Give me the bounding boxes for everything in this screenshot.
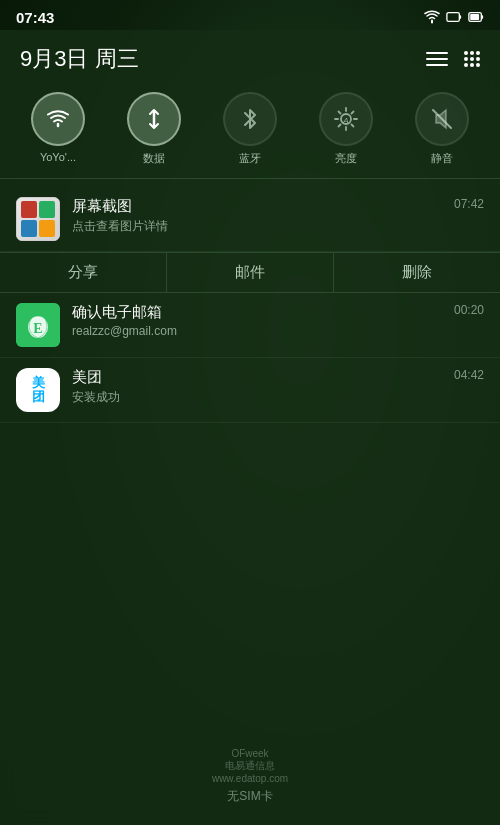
watermark: OFweek 电易通信息 www.edatop.com [212,748,288,784]
toggle-brightness-circle[interactable]: A [319,92,373,146]
svg-rect-0 [447,13,459,22]
wifi-status-icon [424,10,440,24]
evernote-icon: E [16,303,60,347]
hamburger-lines [426,52,448,66]
watermark-line2: 电易通信息 [212,759,288,773]
toggle-silent-circle[interactable] [415,92,469,146]
thumb-block-2 [39,201,55,218]
notification-screenshot[interactable]: 屏幕截图 点击查看图片详情 07:42 [0,187,500,252]
svg-rect-4 [481,15,483,19]
evernote-time: 00:20 [454,303,484,317]
svg-rect-3 [470,14,479,20]
battery-icon [468,10,484,24]
toggle-wifi[interactable]: YoYo'... [23,92,93,166]
svg-line-13 [339,125,341,127]
hamburger-icon[interactable] [426,52,448,66]
action-buttons: 分享 邮件 删除 [0,252,500,293]
thumb-block-1 [21,201,37,218]
screenshot-time: 07:42 [454,197,484,211]
svg-line-11 [352,125,354,127]
data-toggle-icon [140,105,168,133]
svg-line-12 [352,112,354,114]
toggle-data-label: 数据 [143,151,165,166]
evernote-content: 确认电子邮箱 realzzc@gmail.com [72,303,442,338]
date-row: 9月3日 周三 [0,30,500,84]
evernote-subtitle: realzzc@gmail.com [72,324,442,338]
toggle-bluetooth-circle[interactable] [223,92,277,146]
brightness-toggle-icon: A [332,105,360,133]
toggle-data-circle[interactable] [127,92,181,146]
toggle-divider [0,178,500,179]
meituan-content: 美团 安装成功 [72,368,442,406]
toggle-bluetooth[interactable]: 蓝牙 [215,92,285,166]
status-bar: 07:43 [0,0,500,30]
toggle-brightness-label: 亮度 [335,151,357,166]
silent-toggle-icon [428,105,456,133]
svg-text:A: A [342,116,348,125]
toggle-bluetooth-label: 蓝牙 [239,151,261,166]
notification-list: 屏幕截图 点击查看图片详情 07:42 分享 邮件 删除 [0,187,500,423]
bottom-area: OFweek 电易通信息 www.edatop.com 无SIM卡 [0,734,500,825]
bluetooth-toggle-icon [239,105,261,133]
watermark-line1: OFweek [212,748,288,759]
notification-evernote[interactable]: E 确认电子邮箱 realzzc@gmail.com 00:20 [0,293,500,358]
notification-panel: 9月3日 周三 [0,30,500,825]
svg-rect-1 [459,15,461,19]
thumb-block-4 [39,220,55,237]
grid-icon[interactable] [464,51,480,67]
status-time: 07:43 [16,9,54,26]
meituan-subtitle: 安装成功 [72,389,442,406]
status-icons [424,10,484,24]
meituan-icon: 美团 [16,368,60,412]
svg-text:E: E [33,321,42,336]
share-button[interactable]: 分享 [0,253,167,292]
evernote-title: 确认电子邮箱 [72,303,442,322]
toggle-silent[interactable]: 静音 [407,92,477,166]
no-sim-text: 无SIM卡 [227,788,272,805]
date-icons [426,51,480,67]
svg-line-10 [339,112,341,114]
meituan-logo-text: 美团 [32,376,45,405]
screenshot-content: 屏幕截图 点击查看图片详情 [72,197,442,235]
toggle-wifi-label: YoYo'... [40,151,76,163]
toggle-brightness[interactable]: A 亮度 [311,92,381,166]
notification-meituan[interactable]: 美团 美团 安装成功 04:42 [0,358,500,423]
screenshot-subtitle: 点击查看图片详情 [72,218,442,235]
screenshot-icon [16,197,60,241]
toggle-wifi-circle[interactable] [31,92,85,146]
evernote-svg: E [16,303,60,347]
battery-outline-icon [446,10,462,24]
screenshot-title: 屏幕截图 [72,197,442,216]
date-text: 9月3日 周三 [20,44,139,74]
toggle-silent-label: 静音 [431,151,453,166]
quick-toggles: YoYo'... 数据 [0,84,500,170]
watermark-line3: www.edatop.com [212,773,288,784]
thumb-block-3 [21,220,37,237]
meituan-time: 04:42 [454,368,484,382]
screenshot-thumb [17,197,59,241]
wifi-toggle-icon [44,107,72,131]
email-button[interactable]: 邮件 [167,253,334,292]
delete-button[interactable]: 删除 [334,253,500,292]
meituan-title: 美团 [72,368,442,387]
grid-dots [464,51,480,67]
toggle-data[interactable]: 数据 [119,92,189,166]
screen: 07:43 9月3日 周三 [0,0,500,825]
